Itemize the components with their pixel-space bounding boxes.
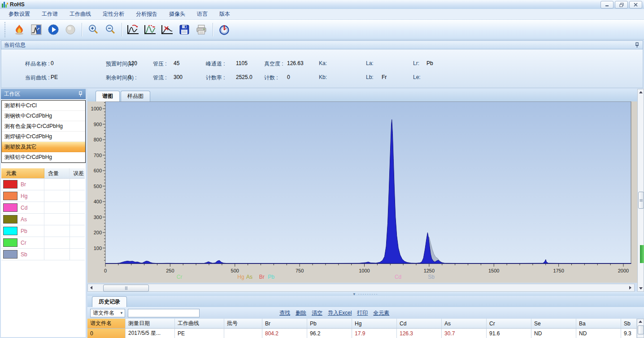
menu-item-2[interactable]: 工作谱 [36, 9, 64, 19]
workspace-item[interactable]: 测塑胶及其它 [2, 142, 85, 152]
history-table-scrollbar[interactable] [637, 319, 644, 338]
history-action-3[interactable]: 清空 [312, 310, 322, 316]
workspace-header: 工作区 [1, 89, 86, 99]
spectrum-chart[interactable]: 1002003004005006007008009001000025050075… [87, 101, 637, 283]
history-cell: ND [576, 329, 621, 338]
history-table: 谱文件名测量日期工作曲线批号BrPbHgCdAsCrSeBaSb02017/5/… [87, 319, 644, 338]
history-action-5[interactable]: 打印 [357, 310, 368, 316]
history-action-4[interactable]: 导入Excel [328, 310, 352, 316]
svg-text:750: 750 [296, 268, 304, 273]
tab-sample-image[interactable]: 样品图 [121, 91, 150, 101]
spectrum-image-icon[interactable] [29, 22, 44, 37]
content-column-header: 含量 [44, 168, 70, 178]
workspace-item[interactable]: 测焊锡中CrCdPbHg [2, 132, 85, 142]
splitter-grip[interactable]: ▾ ········· [353, 293, 379, 295]
info-value-1-1: 0 [128, 74, 131, 80]
zoom-out-icon[interactable] [103, 22, 118, 37]
workspace-item[interactable]: 测钢铁中CrCdPbHg [2, 111, 85, 121]
workspace-item[interactable]: 测塑料中CrCl [2, 101, 85, 111]
v-scroll-thumb[interactable] [638, 192, 644, 209]
panel-splitter[interactable]: ▾ ········· [87, 292, 644, 296]
svg-text:500: 500 [231, 268, 239, 273]
info-value-1-4: 0 [287, 74, 290, 80]
history-action-6[interactable]: 全元素 [373, 310, 389, 316]
element-color-swatch [3, 192, 17, 200]
menu-item-8[interactable]: 版本 [213, 9, 236, 19]
element-row[interactable]: Cr [1, 237, 85, 249]
info-label-0-7: Lr: [413, 60, 419, 66]
element-error-cell [70, 225, 85, 237]
info-label-1-7: Le: [413, 74, 421, 80]
pin-icon[interactable] [78, 91, 83, 98]
element-row[interactable]: Pb [1, 225, 85, 237]
plot-area [105, 101, 631, 263]
zoom-in-icon[interactable] [86, 22, 101, 37]
chart-v-scrollbar[interactable] [637, 89, 644, 292]
pin-icon[interactable] [635, 42, 639, 49]
menu-item-6[interactable]: 摄像头 [163, 9, 191, 19]
menu-item-7[interactable]: 语言 [191, 9, 213, 19]
scroll-left-icon[interactable] [88, 284, 95, 291]
history-table-row[interactable]: 02017/5/5 星...PE804.296.217.9126.330.791… [87, 329, 644, 338]
menu-item-4[interactable]: 定性分析 [97, 9, 130, 19]
chart-h-scrollbar[interactable] [87, 284, 635, 292]
history-col-Se: Se [531, 319, 576, 329]
toolbar [0, 20, 644, 40]
element-row[interactable]: Sb [1, 249, 85, 260]
error-column-header: 误差 [70, 168, 85, 178]
history-panel: 历史记录 谱文件名 ▼ 查找删除清空导入Excel打印全元素 谱文件名测量日期工… [87, 296, 644, 338]
svg-text:1000: 1000 [359, 268, 370, 273]
tab-history[interactable]: 历史记录 [92, 296, 127, 307]
toolbar-separator [213, 23, 213, 36]
scroll-down-icon[interactable] [638, 285, 644, 291]
info-label-0-5: Ka: [319, 60, 327, 66]
history-search-input[interactable] [128, 309, 200, 317]
scroll-right-icon[interactable] [627, 284, 634, 291]
flame-icon[interactable] [12, 22, 27, 37]
toolbar-separator [122, 23, 122, 36]
power-icon[interactable] [217, 22, 232, 37]
element-row[interactable]: Cd [1, 202, 85, 214]
curve-compare-icon[interactable] [143, 22, 158, 37]
minimize-button[interactable] [600, 1, 614, 9]
history-scroll-thumb[interactable] [638, 325, 644, 334]
element-row[interactable]: As [1, 214, 85, 225]
element-name: As [21, 216, 27, 223]
element-row[interactable]: Hg [1, 190, 85, 202]
element-content-cell [44, 237, 70, 248]
info-value-0-3: 1105 [236, 60, 248, 66]
history-cell: 0 [87, 329, 126, 338]
svg-text:400: 400 [94, 199, 102, 204]
restore-button[interactable] [615, 1, 628, 9]
filter-field-dropdown[interactable]: 谱文件名 ▼ [90, 309, 125, 317]
scroll-up-icon[interactable] [638, 89, 644, 95]
history-action-1[interactable]: 查找 [279, 310, 290, 316]
element-color-swatch [3, 215, 17, 224]
menu-item-1[interactable]: 参数设置 [3, 9, 36, 19]
element-name: Sb [21, 251, 27, 258]
h-scroll-thumb[interactable] [103, 285, 149, 292]
history-col-Cd: Cd [397, 319, 442, 329]
toolbar-separator [82, 23, 82, 36]
app-logo-icon [2, 2, 8, 8]
svg-text:1500: 1500 [488, 268, 499, 273]
curve-fit-icon[interactable] [126, 22, 141, 37]
workspace-item[interactable]: 测有色金属中CrCdPbHg [2, 121, 85, 132]
history-action-2[interactable]: 删除 [296, 310, 306, 316]
start-icon[interactable] [46, 22, 61, 37]
curve-mark-icon[interactable] [160, 22, 175, 37]
print-icon[interactable] [194, 22, 209, 37]
chart-tab-bar: 谱图 样品图 [87, 89, 637, 101]
marker-Br: Br [259, 274, 265, 280]
save-icon[interactable] [177, 22, 192, 37]
stop-icon[interactable] [63, 22, 78, 37]
info-label-0-3: 峰通道 : [206, 60, 225, 68]
window-title: RoHS [10, 1, 25, 8]
workspace-item[interactable]: 测镁铝中CrCdPbHg [2, 152, 85, 162]
close-button[interactable] [629, 1, 642, 9]
menu-item-3[interactable]: 工作曲线 [64, 9, 97, 19]
info-label-1-6: Lb: [366, 74, 374, 80]
tab-spectrum[interactable]: 谱图 [96, 91, 120, 101]
menu-item-5[interactable]: 分析报告 [130, 9, 163, 19]
element-row[interactable]: Br [1, 179, 85, 190]
